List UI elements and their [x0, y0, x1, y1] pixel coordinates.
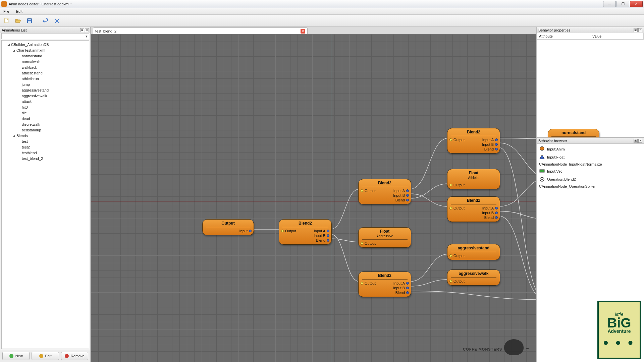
close-button[interactable]: ✕: [630, 1, 643, 7]
tree-item[interactable]: testblend: [2, 150, 88, 156]
tree-item[interactable]: walkback: [2, 65, 88, 70]
port-in[interactable]: Input B: [393, 193, 409, 197]
browser-item-label: Input:Anim: [547, 147, 565, 151]
animations-tree[interactable]: ◢CBuilder_AnimationDB◢CharTest.anmxmlnor…: [1, 40, 89, 349]
menu-edit[interactable]: Edit: [13, 8, 26, 14]
properties-body: [537, 40, 644, 137]
node-fAth[interactable]: FloatAthleticOutput: [447, 169, 500, 189]
node-canvas[interactable]: COFFE MONSTERS ™ OutputInputBlend2Output…: [91, 34, 536, 362]
port-in[interactable]: Input B: [314, 234, 329, 238]
port-in[interactable]: Input B: [393, 286, 409, 290]
toolbar-new-button[interactable]: [2, 16, 11, 25]
tree-item[interactable]: test2: [2, 144, 88, 150]
node-b4[interactable]: Blend2OutputInput AInput BBlend: [447, 196, 500, 222]
menu-file[interactable]: File: [0, 8, 13, 14]
tab-test-blend-2[interactable]: test_blend_2 ✕: [93, 27, 308, 34]
port-in[interactable]: Blend: [482, 216, 498, 220]
port-out[interactable]: Output: [449, 279, 465, 283]
port-in[interactable]: Input A: [482, 206, 498, 210]
monster-icon: [504, 339, 524, 355]
animations-dropdown[interactable]: ▾: [1, 33, 89, 39]
node-out[interactable]: OutputInput: [202, 219, 254, 235]
port-out[interactable]: Output: [449, 206, 465, 210]
port-out[interactable]: Output: [449, 254, 465, 258]
port-in[interactable]: Blend: [393, 291, 409, 295]
node-b2[interactable]: Blend2OutputInput AInput BBlend: [358, 272, 411, 297]
panel-close-icon[interactable]: ✕: [85, 28, 89, 32]
tree-item[interactable]: ◢Blends: [2, 133, 88, 139]
port-out[interactable]: Output: [449, 183, 465, 187]
tree-item[interactable]: athleticrun: [2, 76, 88, 82]
toolbar-open-button[interactable]: [13, 16, 23, 25]
node-agS[interactable]: aggressivestandOutput: [447, 244, 500, 260]
panel-float-icon[interactable]: ▣: [634, 28, 638, 32]
port-in[interactable]: Blend: [393, 198, 409, 202]
tree-item[interactable]: bedstandup: [2, 127, 88, 133]
edit-button[interactable]: Edit: [32, 352, 59, 360]
node-b0[interactable]: Blend2OutputInput AInput BBlend: [279, 219, 332, 245]
node-subtitle: Athletic: [447, 176, 500, 180]
port-in[interactable]: Input: [239, 229, 252, 233]
browser-item[interactable]: CAnimationNode_OperationSpliter: [538, 183, 643, 189]
port-in[interactable]: Input A: [314, 229, 329, 233]
browser-item[interactable]: CAnimationNode_InputFloatNormalize: [538, 161, 643, 167]
toolbar-save-button[interactable]: [25, 16, 34, 25]
tree-item[interactable]: ◢CharTest.anmxml: [2, 48, 88, 53]
tree-item-label: testblend: [21, 150, 37, 156]
tree-item[interactable]: ◢CBuilder_AnimationDB: [2, 42, 88, 48]
port-out[interactable]: Output: [361, 281, 376, 285]
panel-float-icon[interactable]: ▣: [634, 139, 638, 143]
tree-item[interactable]: dead: [2, 116, 88, 122]
tree-item[interactable]: athleticstand: [2, 70, 88, 76]
maximize-button[interactable]: ❐: [616, 1, 629, 7]
minimize-button[interactable]: —: [603, 1, 616, 7]
port-in[interactable]: Input B: [482, 211, 498, 215]
panel-close-icon[interactable]: ✕: [638, 139, 642, 143]
port-out[interactable]: Output: [361, 189, 376, 193]
browser-item[interactable]: Input:Anim: [538, 145, 643, 153]
tree-item[interactable]: test_blend_2: [2, 156, 88, 162]
tree-item-label: athleticrun: [21, 76, 39, 81]
port-out[interactable]: Output: [361, 241, 376, 245]
tree-item[interactable]: jump: [2, 82, 88, 87]
port-out[interactable]: Output: [281, 229, 296, 233]
new-button[interactable]: New: [2, 352, 30, 360]
node-agW[interactable]: aggressivewalkOutput: [447, 269, 500, 286]
tree-item-label: attack: [21, 99, 32, 104]
browser-item[interactable]: Input:Vec: [538, 167, 643, 175]
node-b3[interactable]: Blend2OutputInput AInput BBlend: [447, 128, 500, 154]
tree-item[interactable]: discretwalk: [2, 122, 88, 127]
tree-item[interactable]: die: [2, 110, 88, 116]
port-in[interactable]: Input B: [482, 142, 498, 146]
lba-logo: little BiG Adventure ● ● ●: [597, 301, 641, 359]
tab-close-icon[interactable]: ✕: [301, 29, 305, 34]
toolbar-delete-button[interactable]: [52, 16, 62, 25]
node-b1[interactable]: Blend2OutputInput AInput BBlend: [358, 179, 411, 204]
port-in[interactable]: Blend: [314, 238, 329, 242]
browser-item[interactable]: Input:Float: [538, 153, 643, 161]
panel-float-icon[interactable]: ▣: [80, 28, 84, 32]
tree-item[interactable]: hit0: [2, 105, 88, 110]
toolbar-undo-button[interactable]: [41, 16, 50, 25]
port-in[interactable]: Input A: [393, 281, 409, 285]
node-title: Blend2: [447, 128, 500, 135]
tree-item-label: Blends: [16, 133, 28, 138]
port-out[interactable]: Output: [449, 138, 465, 142]
tree-item[interactable]: test: [2, 139, 88, 144]
tree-item[interactable]: aggressivestand: [2, 87, 88, 93]
port-in[interactable]: Input A: [393, 189, 409, 193]
remove-button[interactable]: Remove: [61, 352, 88, 360]
node-title: Blend2: [359, 272, 411, 279]
panel-close-icon[interactable]: ✕: [638, 28, 642, 32]
tree-item[interactable]: normalstand: [2, 53, 88, 59]
tree-item[interactable]: attack: [2, 99, 88, 105]
node-fAgg[interactable]: FloatAggressiveOutput: [358, 227, 411, 248]
properties-col-attribute[interactable]: Attribute: [537, 33, 590, 39]
properties-col-value[interactable]: Value: [590, 33, 644, 39]
tree-item[interactable]: normalwalk: [2, 59, 88, 65]
port-in[interactable]: Input A: [482, 138, 498, 142]
tree-item[interactable]: aggressivewalk: [2, 93, 88, 99]
port-in[interactable]: Blend: [482, 147, 498, 151]
save-icon: [26, 18, 33, 24]
browser-item[interactable]: Operation:Blend2: [538, 175, 643, 183]
